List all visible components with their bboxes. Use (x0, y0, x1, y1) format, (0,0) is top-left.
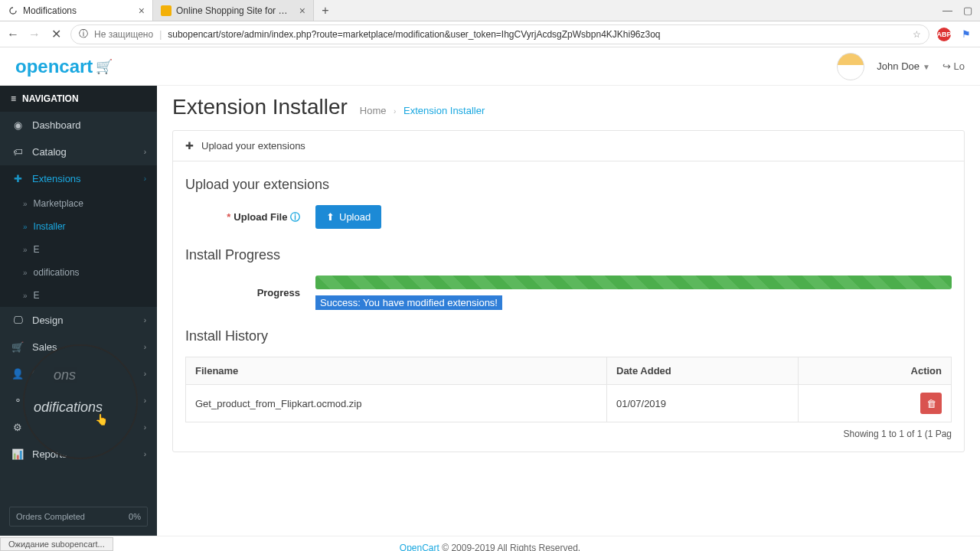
sidebar-item-system[interactable]: ⚙ System › (0, 414, 157, 441)
maximize-icon[interactable]: ▢ (963, 5, 972, 16)
puzzle-icon: ✚ (185, 140, 194, 152)
cell-filename: Get_product_from_Flipkart.ocmod.zip (186, 385, 607, 422)
close-icon[interactable]: × (139, 5, 145, 17)
footer-brand[interactable]: OpenCart (400, 543, 439, 551)
progress-fill (315, 276, 952, 289)
app-header: opencart 🛒 John Doe▼ ↪ Lo (0, 47, 980, 86)
browser-tab-active[interactable]: Modifications × (0, 0, 153, 21)
cart-icon: 🛒 (11, 341, 24, 353)
browser-tab-strip: Modifications × Online Shopping Site for… (0, 0, 980, 21)
upload-button[interactable]: ⬆ Upload (315, 205, 381, 229)
page-title: Extension Installer (172, 95, 348, 119)
browser-toolbar: ← → ✕ ⓘ Не защищено | subopencart/store/… (0, 21, 980, 47)
new-tab-button[interactable]: + (314, 0, 337, 21)
nav-heading: ≡ NAVIGATION (0, 86, 157, 112)
user-menu[interactable]: John Doe▼ (877, 60, 930, 72)
section-history-title: Install History (185, 328, 952, 344)
sidebar-item-customers[interactable]: 👤 Customers › (0, 360, 157, 387)
cart-icon: 🛒 (96, 58, 113, 75)
sidebar: ≡ NAVIGATION ◉ Dashboard 🏷 Catalog › ✚ E… (0, 86, 157, 536)
stop-icon[interactable]: ✕ (49, 27, 63, 41)
sidebar-sub-modifications[interactable]: »odifications (0, 261, 157, 284)
sidebar-item-design[interactable]: 🖵 Design › (0, 307, 157, 334)
sidebar-sub-item[interactable]: »E (0, 284, 157, 307)
spinner-icon (8, 5, 18, 16)
help-icon[interactable]: ⓘ (290, 211, 300, 223)
tab-title: Online Shopping Site for Mobile (176, 5, 295, 16)
trash-icon: 🗑 (926, 398, 936, 409)
main-content: Extension Installer Home › Extension Ins… (157, 86, 980, 536)
success-message: Success: You have modified extensions! (315, 295, 502, 310)
share-icon: ⚬ (11, 395, 24, 406)
forward-button[interactable]: → (28, 28, 41, 41)
breadcrumb-home[interactable]: Home (360, 105, 387, 116)
abp-icon[interactable]: ABP (937, 28, 951, 41)
sidebar-item-dashboard[interactable]: ◉ Dashboard (0, 112, 157, 139)
tab-title: Modifications (23, 5, 134, 16)
progress-label: Progress (185, 287, 315, 298)
breadcrumb: Home › Extension Installer (360, 105, 485, 116)
url-text: subopencart/store/admin/index.php?route=… (168, 29, 906, 40)
section-progress-title: Install Progress (185, 247, 952, 263)
security-label: Не защищено (94, 29, 153, 40)
section-upload-title: Upload your extensions (185, 177, 952, 193)
address-bar[interactable]: ⓘ Не защищено | subopencart/store/admin/… (70, 24, 929, 44)
dashboard-icon: ◉ (11, 119, 24, 131)
orders-completed-widget: Orders Completed 0% (9, 507, 148, 527)
minimize-icon[interactable]: — (942, 5, 952, 16)
chevron-right-icon: › (144, 148, 146, 156)
tag-icon: 🏷 (11, 146, 24, 158)
gear-icon: ⚙ (11, 422, 24, 433)
upload-file-label: *Upload File ⓘ (185, 210, 315, 224)
progress-bar (315, 276, 952, 289)
delete-button[interactable]: 🗑 (920, 393, 942, 414)
puzzle-icon: ✚ (11, 173, 24, 184)
browser-status-bar: Ожидание subopencart... (0, 537, 113, 551)
extensions-submenu: »Marketplace »Installer »E »odifications… (0, 192, 157, 307)
sidebar-sub-marketplace[interactable]: »Marketplace (0, 192, 157, 215)
col-action: Action (799, 357, 952, 385)
sidebar-sub-item[interactable]: »E (0, 238, 157, 261)
table-row: Get_product_from_Flipkart.ocmod.zip 01/0… (186, 385, 952, 422)
sidebar-item-extensions[interactable]: ✚ Extensions › (0, 165, 157, 192)
chart-icon: 📊 (11, 448, 24, 460)
user-icon: 👤 (11, 368, 24, 380)
upload-icon: ⬆ (326, 211, 335, 223)
menu-icon: ≡ (11, 93, 16, 104)
star-icon[interactable]: ☆ (913, 29, 921, 40)
logout-link[interactable]: ↪ Lo (942, 60, 965, 72)
breadcrumb-current[interactable]: Extension Installer (403, 105, 485, 116)
sidebar-item-sales[interactable]: 🛒 Sales › (0, 334, 157, 360)
cell-date: 01/07/2019 (607, 385, 799, 422)
tv-icon: 🖵 (11, 315, 24, 326)
close-icon[interactable]: × (299, 5, 305, 17)
extension-icon[interactable]: ⚑ (962, 28, 971, 40)
info-icon: ⓘ (79, 28, 88, 41)
panel-header: ✚ Upload your extensions (173, 131, 964, 161)
favicon-icon (161, 5, 172, 16)
avatar[interactable] (837, 53, 864, 80)
sidebar-item-reports[interactable]: 📊 Reports › (0, 441, 157, 468)
sidebar-item-marketing[interactable]: ⚬ Marketing › (0, 387, 157, 414)
back-button[interactable]: ← (6, 28, 20, 41)
footer: OpenCart © 2009-2019 All Rights Reserved… (0, 536, 980, 551)
chevron-right-icon: › (144, 174, 146, 183)
browser-tab[interactable]: Online Shopping Site for Mobile × (153, 0, 314, 21)
sidebar-sub-installer[interactable]: »Installer (0, 215, 157, 238)
install-history-table: Filename Date Added Action Get_product_f… (185, 357, 952, 422)
sidebar-item-catalog[interactable]: 🏷 Catalog › (0, 139, 157, 165)
opencart-logo[interactable]: opencart 🛒 (15, 56, 113, 77)
upload-panel: ✚ Upload your extensions Upload your ext… (172, 130, 965, 452)
pagination-text: Showing 1 to 1 of 1 (1 Pag (185, 429, 952, 439)
window-controls: — ▢ (935, 0, 980, 21)
col-date: Date Added (607, 357, 799, 385)
col-filename: Filename (186, 357, 607, 385)
